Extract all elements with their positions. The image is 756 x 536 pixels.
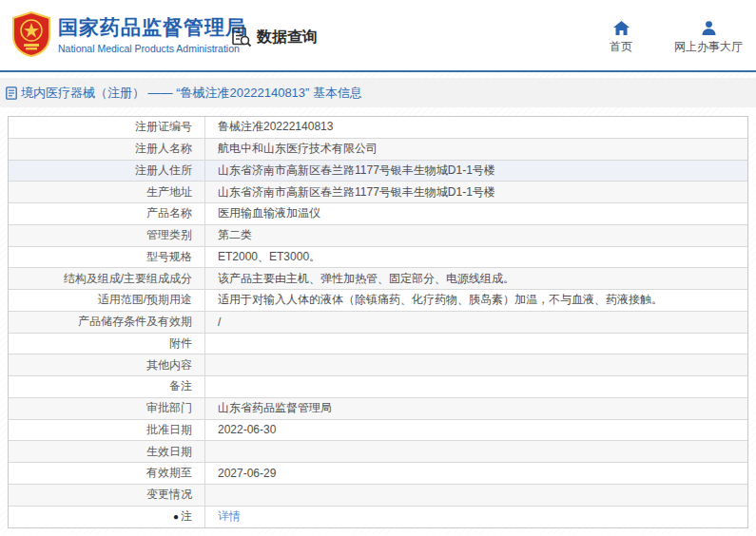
nav-home[interactable]: 首页 <box>602 21 640 55</box>
row-value: / <box>205 312 747 333</box>
row-label: 变更情况 <box>9 485 205 506</box>
row-label: ● 注 <box>9 507 205 528</box>
note-label: 注 <box>181 508 192 525</box>
data-query-label: 数据查询 <box>257 28 318 48</box>
nav-service-hall[interactable]: 网上办事大厅 <box>674 21 743 55</box>
table-row: 变更情况 <box>9 485 747 507</box>
table-row: 审批部门 山东省药品监督管理局 <box>9 398 747 420</box>
row-value: 详情 <box>205 507 747 528</box>
table-row: 有效期至 2027-06-29 <box>9 463 747 485</box>
row-value: 山东省济南市高新区春兰路1177号银丰生物城D1-1号楼 <box>205 161 747 182</box>
nav-home-label: 首页 <box>610 39 632 55</box>
document-search-icon <box>231 27 252 48</box>
row-label: 适用范围/预期用途 <box>9 290 205 311</box>
row-label: 注册证编号 <box>9 117 205 138</box>
details-link[interactable]: 详情 <box>218 508 241 525</box>
row-label: 管理类别 <box>9 225 205 246</box>
site-subtitle: National Medical Products Administration <box>58 43 246 54</box>
row-value: 第二类 <box>205 225 747 246</box>
row-label: 产品名称 <box>9 203 205 224</box>
breadcrumb-bar: 境内医疗器械（注册） —— “鲁械注准20222140813” 基本信息 <box>0 78 756 107</box>
nav-service-hall-label: 网上办事大厅 <box>674 39 743 55</box>
table-row: 适用范围/预期用途 适用于对输入人体的液体（除镇痛药、化疗药物、胰岛素）加温，不… <box>9 290 747 312</box>
note-icon: ● <box>173 512 179 522</box>
table-row: 产品名称 医用输血输液加温仪 <box>9 203 747 225</box>
row-value <box>205 485 747 506</box>
table-row: 生产地址 山东省济南市高新区春兰路1177号银丰生物城D1-1号楼 <box>9 182 747 203</box>
row-value: 山东省药品监督管理局 <box>205 398 747 419</box>
row-value: 鲁械注准20222140813 <box>205 117 747 138</box>
row-value: 医用输血输液加温仪 <box>205 203 747 224</box>
main-content: 境内医疗器械（注册） —— “鲁械注准20222140813” 基本信息 注册证… <box>0 72 756 534</box>
table-row: 注册人名称 航电中和山东医疗技术有限公司 <box>9 139 747 161</box>
row-label: 结构及组成/主要组成成分 <box>9 268 205 289</box>
row-value: 2022-06-30 <box>205 420 747 441</box>
table-row: 产品储存条件及有效期 / <box>9 312 747 334</box>
table-row: 型号规格 ET2000、ET3000。 <box>9 247 747 269</box>
row-label: 有效期至 <box>9 463 205 484</box>
row-label: 其他内容 <box>9 354 205 375</box>
table-row: 附件 <box>9 334 747 355</box>
row-value <box>205 334 747 354</box>
table-row: 备注 <box>9 376 747 398</box>
table-row-note: ● 注 详情 <box>9 507 747 528</box>
row-label: 注册人名称 <box>9 139 205 160</box>
row-label: 附件 <box>9 334 205 354</box>
nmpa-logo[interactable]: 国家药品监督管理局 National Medical Products Admi… <box>11 11 246 57</box>
row-label: 型号规格 <box>9 247 205 268</box>
top-nav: 首页 网上办事大厅 <box>602 21 743 55</box>
row-label: 审批部门 <box>9 398 205 419</box>
row-label: 产品储存条件及有效期 <box>9 312 205 333</box>
site-title: 国家药品监督管理局 <box>58 15 246 40</box>
row-value: ET2000、ET3000。 <box>205 247 747 268</box>
row-label: 生产地址 <box>9 182 205 202</box>
table-row: 结构及组成/主要组成成分 该产品主要由主机、弹性加热管、固定部分、电源线组成。 <box>9 268 747 290</box>
page-icon <box>6 86 17 100</box>
row-label: 生效日期 <box>9 441 205 462</box>
table-row: 生效日期 <box>9 441 747 463</box>
national-emblem-icon <box>11 11 51 57</box>
person-icon <box>702 21 716 35</box>
row-value <box>205 376 747 397</box>
row-value: 该产品主要由主机、弹性加热管、固定部分、电源线组成。 <box>205 268 747 289</box>
table-row: 管理类别 第二类 <box>9 225 747 247</box>
row-value <box>205 354 747 375</box>
row-value <box>205 441 747 462</box>
breadcrumb: 境内医疗器械（注册） —— “鲁械注准20222140813” 基本信息 <box>6 85 362 102</box>
home-icon <box>613 21 630 35</box>
row-value: 2027-06-29 <box>205 463 747 484</box>
table-row: 注册人住所 山东省济南市高新区春兰路1177号银丰生物城D1-1号楼 <box>9 161 747 182</box>
row-value: 适用于对输入人体的液体（除镇痛药、化疗药物、胰岛素）加温，不与血液、药液接触。 <box>205 290 747 311</box>
table-row: 批准日期 2022-06-30 <box>9 420 747 442</box>
row-value: 山东省济南市高新区春兰路1177号银丰生物城D1-1号楼 <box>205 182 747 202</box>
row-label: 注册人住所 <box>9 161 205 182</box>
data-query-tab[interactable]: 数据查询 <box>231 27 318 48</box>
row-value: 航电中和山东医疗技术有限公司 <box>205 139 747 160</box>
row-label: 批准日期 <box>9 420 205 441</box>
breadcrumb-text: 境内医疗器械（注册） —— “鲁械注准20222140813” 基本信息 <box>21 85 362 102</box>
site-header: 国家药品监督管理局 National Medical Products Admi… <box>0 0 756 72</box>
row-label: 备注 <box>9 376 205 397</box>
table-row: 其他内容 <box>9 354 747 376</box>
registration-info-table: 注册证编号 鲁械注准20222140813 注册人名称 航电中和山东医疗技术有限… <box>8 116 748 528</box>
table-row: 注册证编号 鲁械注准20222140813 <box>9 117 747 139</box>
